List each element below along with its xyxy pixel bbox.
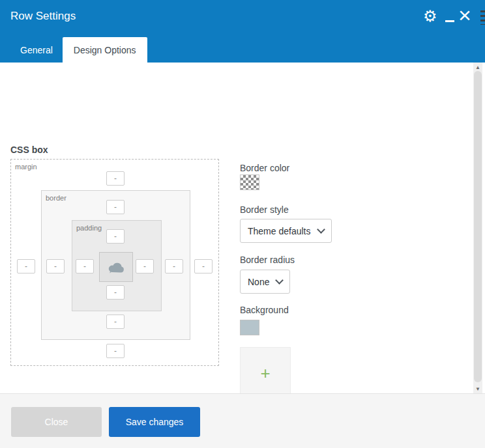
scroll-up-icon[interactable]: ▲ [473,63,482,72]
scrollbar[interactable]: ▲ ▼ [473,63,482,393]
border-style-label: Border style [240,204,289,215]
page-menu-icon [480,10,485,25]
row-settings-modal: Row Settings ⚙ × General Design Options … [0,0,485,448]
margin-top-input[interactable] [106,171,125,186]
border-label: border [46,194,66,202]
gear-icon[interactable]: ⚙ [423,7,437,25]
padding-left-input[interactable] [76,259,94,273]
background-color-swatch[interactable] [240,320,259,335]
border-color-label: Border color [240,163,289,173]
margin-bottom-input[interactable] [106,344,125,358]
padding-bottom-input[interactable] [106,285,125,300]
close-icon[interactable]: × [458,3,471,27]
content-box [99,252,133,282]
save-changes-button[interactable]: Save changes [109,407,200,437]
margin-label: margin [15,163,37,171]
plus-icon: + [260,365,270,382]
border-bottom-input[interactable] [106,315,125,329]
modal-footer: Close Save changes [0,393,485,448]
padding-label: padding [76,224,102,232]
padding-top-input[interactable] [106,229,125,244]
modal-title: Row Settings [10,10,76,23]
border-style-value: Theme defaults [248,226,311,236]
content-cloud-icon [107,260,125,273]
border-style-select[interactable]: Theme defaults [240,219,332,243]
tab-general[interactable]: General [10,37,63,63]
modal-header: Row Settings ⚙ × [0,0,485,36]
scroll-down-icon[interactable]: ▼ [473,384,482,393]
chevron-down-icon [276,276,284,285]
border-right-input[interactable] [165,259,183,273]
border-radius-value: None [248,277,269,287]
margin-right-input[interactable] [194,259,213,273]
background-label: Background [240,305,289,315]
border-radius-select[interactable]: None [240,270,290,294]
border-color-swatch[interactable] [240,175,259,190]
tab-design-options[interactable]: Design Options [63,37,147,63]
close-button[interactable]: Close [11,407,102,437]
border-top-input[interactable] [106,200,125,214]
padding-right-input[interactable] [136,259,154,273]
css-box-title: CSS box [10,145,48,155]
tab-bar: General Design Options [0,36,485,63]
chevron-down-icon [317,225,325,234]
border-radius-label: Border radius [240,255,295,265]
margin-left-input[interactable] [17,259,35,273]
background-image-upload[interactable]: + [240,347,291,399]
scrollbar-thumb[interactable] [474,71,482,382]
css-box-diagram: margin border padding [10,159,219,366]
border-left-input[interactable] [46,259,65,273]
minimize-icon[interactable] [445,20,454,22]
content-area: CSS box margin border padding [0,63,485,393]
